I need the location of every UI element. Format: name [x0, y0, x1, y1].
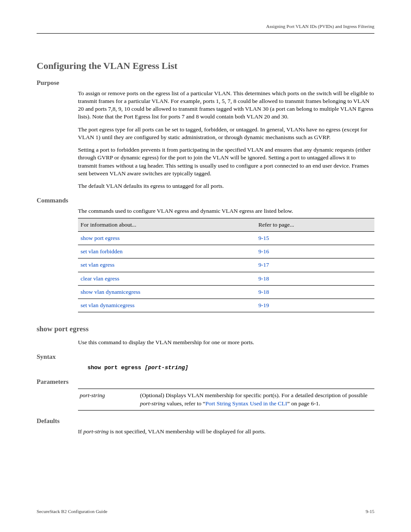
parameters-table: port-string (Optional) Displays VLAN mem… [78, 389, 374, 410]
defaults-text-italic: port-string [83, 428, 109, 435]
parameter-description: (Optional) Displays VLAN membership for … [138, 389, 374, 410]
command-link[interactable]: clear vlan egress [78, 272, 256, 285]
page-footer: SecureStack B2 Configuration Guide 9-15 [37, 508, 374, 515]
table-row: show port egress 9-15 [78, 231, 374, 245]
param-desc-italic: port-string [140, 400, 165, 407]
page-link[interactable]: 9-15 [256, 231, 374, 245]
param-desc-text: values, refer to “ [165, 400, 206, 407]
header-rule [37, 33, 374, 34]
table-row: port-string (Optional) Displays VLAN mem… [78, 389, 374, 410]
defaults-heading: Defaults [37, 417, 374, 425]
syntax-command: show port egress [87, 364, 141, 371]
purpose-paragraph-2: The port egress type for all ports can b… [78, 126, 374, 141]
page-link[interactable]: 9-18 [256, 285, 374, 299]
command-link[interactable]: show port egress [78, 231, 256, 245]
table-row: show vlan dynamicegress 9-18 [78, 285, 374, 299]
defaults-text: If port-string is not specified, VLAN me… [78, 428, 374, 436]
purpose-paragraph-1: To assign or remove ports on the egress … [78, 90, 374, 121]
table-row: set vlan egress 9-17 [78, 258, 374, 272]
syntax-optional-arg: [port-string] [145, 364, 188, 371]
command-link[interactable]: show vlan dynamicegress [78, 285, 256, 299]
syntax-line: show port egress [port-string] [87, 364, 374, 372]
command-description: Use this command to display the VLAN mem… [78, 339, 374, 346]
purpose-paragraph-4: The default VLAN defaults its egress to … [78, 182, 374, 190]
page-link[interactable]: 9-16 [256, 245, 374, 258]
command-link[interactable]: set vlan dynamicegress [78, 299, 256, 312]
table-row: clear vlan egress 9-18 [78, 272, 374, 285]
param-desc-text: (Optional) Displays VLAN membership for … [140, 392, 367, 398]
column-header-page: Refer to page... [256, 218, 374, 231]
purpose-paragraph-3: Setting a port to forbidden prevents it … [78, 146, 374, 177]
defaults-text-pre: If [78, 428, 83, 435]
table-header-row: For information about... Refer to page..… [78, 218, 374, 231]
command-name-heading: show port egress [37, 324, 374, 334]
command-link[interactable]: set vlan forbidden [78, 245, 256, 258]
parameter-name: port-string [78, 389, 138, 410]
cross-reference-link[interactable]: Port String Syntax Used in the CLI [206, 400, 287, 407]
commands-intro: The commands used to configure VLAN egre… [78, 207, 374, 215]
syntax-heading: Syntax [37, 352, 374, 361]
footer-left: SecureStack B2 Configuration Guide [37, 508, 107, 515]
parameters-heading: Parameters [37, 377, 374, 386]
param-desc-text: ” on page 6-1. [287, 400, 320, 407]
page-link[interactable]: 9-17 [256, 258, 374, 272]
column-header-task: For information about... [78, 218, 256, 231]
command-link[interactable]: set vlan egress [78, 258, 256, 272]
page-link[interactable]: 9-19 [256, 299, 374, 312]
page-link[interactable]: 9-18 [256, 272, 374, 285]
purpose-heading: Purpose [37, 78, 374, 87]
section-title: Configuring the VLAN Egress List [37, 59, 374, 72]
page-header-right: Assigning Port VLAN IDs (PVIDs) and Ingr… [37, 23, 374, 30]
defaults-text-post: is not specified, VLAN membership will b… [109, 428, 266, 435]
commands-heading: Commands [37, 196, 374, 205]
commands-table: For information about... Refer to page..… [78, 218, 374, 313]
table-row: set vlan forbidden 9-16 [78, 245, 374, 258]
footer-page-number: 9-15 [366, 508, 374, 515]
table-row: set vlan dynamicegress 9-19 [78, 299, 374, 312]
